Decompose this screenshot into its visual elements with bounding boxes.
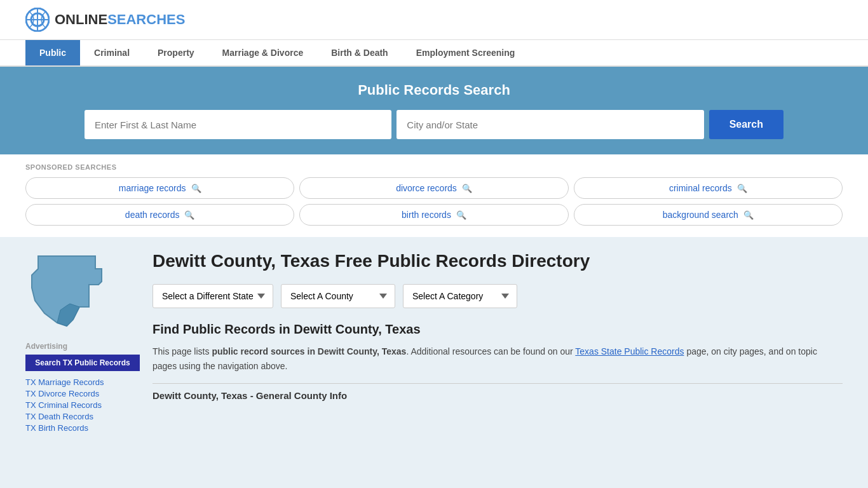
sponsored-marriage[interactable]: marriage records 🔍 bbox=[25, 177, 294, 199]
search-bar: Search bbox=[85, 110, 783, 139]
search-icon-4: 🔍 bbox=[456, 210, 466, 220]
search-icon-1: 🔍 bbox=[462, 184, 472, 193]
search-button[interactable]: Search bbox=[709, 110, 783, 139]
dropdowns-row: Select a Different State Select A County… bbox=[153, 284, 843, 308]
sponsored-criminal-link: criminal records bbox=[669, 183, 732, 193]
sponsored-label: SPONSORED SEARCHES bbox=[25, 163, 843, 171]
find-text-prefix: This page lists bbox=[153, 346, 212, 356]
hero-section: Public Records Search Search bbox=[0, 67, 868, 154]
name-input[interactable] bbox=[85, 110, 391, 139]
search-icon-5: 🔍 bbox=[743, 210, 754, 220]
section-divider bbox=[153, 383, 843, 384]
sponsored-birth-link: birth records bbox=[402, 210, 451, 220]
sponsored-divorce[interactable]: divorce records 🔍 bbox=[299, 177, 568, 199]
texas-map bbox=[25, 250, 108, 332]
category-dropdown[interactable]: Select A Category bbox=[403, 284, 517, 308]
main-container: Advertising Search TX Public Records TX … bbox=[0, 237, 868, 445]
search-icon-3: 🔍 bbox=[184, 210, 194, 220]
find-text-bold: public record sources in Dewitt County, … bbox=[212, 346, 406, 356]
nav-marriage-divorce[interactable]: Marriage & Divorce bbox=[208, 40, 318, 65]
page-title: Dewitt County, Texas Free Public Records… bbox=[153, 250, 843, 273]
nav-public[interactable]: Public bbox=[25, 40, 80, 65]
sidebar-link-divorce[interactable]: TX Divorce Records bbox=[25, 389, 140, 398]
location-input[interactable] bbox=[397, 110, 703, 139]
state-dropdown[interactable]: Select a Different State bbox=[153, 284, 273, 308]
find-text-middle: . Additional resources can be found on o… bbox=[406, 346, 575, 356]
nav-employment[interactable]: Employment Screening bbox=[402, 40, 529, 65]
sidebar-link-marriage[interactable]: TX Marriage Records bbox=[25, 377, 140, 387]
find-text: This page lists public record sources in… bbox=[153, 344, 843, 373]
content-area: Dewitt County, Texas Free Public Records… bbox=[153, 250, 843, 433]
main-nav: Public Criminal Property Marriage & Divo… bbox=[0, 40, 868, 67]
sidebar-ad-button[interactable]: Search TX Public Records bbox=[25, 355, 140, 371]
sponsored-grid: marriage records 🔍 divorce records 🔍 cri… bbox=[25, 177, 843, 226]
sidebar: Advertising Search TX Public Records TX … bbox=[25, 250, 140, 433]
county-dropdown[interactable]: Select A County bbox=[281, 284, 395, 308]
advertising-label: Advertising bbox=[25, 342, 140, 351]
sponsored-criminal[interactable]: criminal records 🔍 bbox=[574, 177, 843, 199]
general-info-title: Dewitt County, Texas - General County In… bbox=[153, 390, 843, 401]
logo-text: ONLINESEARCHES bbox=[55, 11, 185, 28]
logo-icon bbox=[25, 8, 50, 32]
sponsored-birth[interactable]: birth records 🔍 bbox=[299, 204, 568, 226]
sidebar-link-birth[interactable]: TX Birth Records bbox=[25, 423, 140, 433]
find-title: Find Public Records in Dewitt County, Te… bbox=[153, 322, 843, 337]
sponsored-section: SPONSORED SEARCHES marriage records 🔍 di… bbox=[0, 154, 868, 237]
sponsored-background-link: background search bbox=[663, 210, 738, 220]
sponsored-divorce-link: divorce records bbox=[396, 183, 457, 193]
nav-property[interactable]: Property bbox=[144, 40, 208, 65]
sponsored-background[interactable]: background search 🔍 bbox=[574, 204, 843, 226]
sidebar-links: TX Marriage Records TX Divorce Records T… bbox=[25, 377, 140, 433]
nav-birth-death[interactable]: Birth & Death bbox=[317, 40, 402, 65]
sidebar-link-criminal[interactable]: TX Criminal Records bbox=[25, 400, 140, 410]
nav-criminal[interactable]: Criminal bbox=[80, 40, 144, 65]
sponsored-death-link: death records bbox=[125, 210, 180, 220]
texas-state-link[interactable]: Texas State Public Records bbox=[575, 346, 684, 356]
header: ONLINESEARCHES bbox=[0, 0, 868, 40]
logo[interactable]: ONLINESEARCHES bbox=[25, 8, 185, 32]
sidebar-link-death[interactable]: TX Death Records bbox=[25, 412, 140, 421]
search-icon-2: 🔍 bbox=[737, 184, 747, 193]
sponsored-death[interactable]: death records 🔍 bbox=[25, 204, 294, 226]
hero-title: Public Records Search bbox=[25, 82, 843, 98]
sponsored-marriage-link: marriage records bbox=[119, 183, 186, 193]
search-icon-0: 🔍 bbox=[191, 184, 201, 193]
